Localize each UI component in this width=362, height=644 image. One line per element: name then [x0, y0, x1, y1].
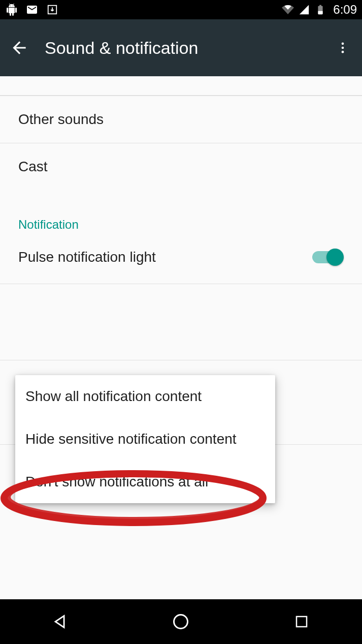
pulse-notification-label: Pulse notification light: [18, 249, 156, 265]
triangle-back-icon: [52, 613, 69, 630]
app-bar: Sound & notification: [0, 19, 362, 76]
settings-list: Other sounds Cast Notification Pulse not…: [0, 76, 362, 492]
status-right: 6:09: [281, 3, 357, 17]
cast-item[interactable]: Cast: [0, 143, 362, 190]
popup-option-show-all-label: Show all notification content: [25, 388, 202, 404]
battery-icon: [314, 3, 327, 16]
other-sounds-label: Other sounds: [18, 111, 104, 127]
status-time: 6:09: [333, 3, 357, 17]
popup-option-show-all[interactable]: Show all notification content: [15, 375, 275, 418]
back-button[interactable]: [9, 38, 29, 58]
wifi-icon: [281, 3, 294, 16]
partial-item-top: [0, 76, 362, 96]
other-sounds-item[interactable]: Other sounds: [0, 96, 362, 143]
cellular-icon: [298, 3, 311, 16]
popup-option-dont-show[interactable]: Don't show notifications at all: [15, 461, 275, 503]
popup-option-hide-sensitive[interactable]: Hide sensitive notification content: [15, 418, 275, 461]
status-bar: 6:09: [0, 0, 362, 19]
more-vert-icon: [336, 41, 350, 55]
popup-option-dont-show-label: Don't show notifications at all: [25, 474, 208, 489]
switch-thumb: [326, 249, 344, 266]
svg-point-6: [174, 615, 188, 629]
svg-rect-7: [297, 617, 307, 627]
android-icon: [5, 3, 18, 16]
navigation-bar: [0, 599, 362, 644]
nav-back-button[interactable]: [48, 609, 73, 634]
svg-point-3: [342, 51, 344, 53]
nav-home-button[interactable]: [169, 609, 193, 634]
notification-section-header: Notification: [0, 190, 362, 236]
square-recents-icon: [294, 614, 309, 629]
pulse-notification-row[interactable]: Pulse notification light: [0, 236, 362, 284]
lock-screen-notifications-popup: Show all notification content Hide sensi…: [15, 375, 275, 503]
gmail-icon: [25, 3, 39, 16]
circle-home-icon: [172, 612, 190, 631]
svg-point-1: [342, 43, 344, 45]
status-left: [5, 3, 59, 16]
svg-point-2: [342, 47, 344, 49]
nav-recents-button[interactable]: [289, 609, 314, 634]
pulse-notification-switch[interactable]: [310, 248, 344, 266]
download-icon: [46, 3, 59, 16]
hidden-row-behind-popup: [0, 284, 362, 360]
cast-label: Cast: [18, 159, 48, 174]
overflow-menu-button[interactable]: [333, 38, 353, 58]
page-title: Sound & notification: [45, 38, 317, 58]
arrow-back-icon: [10, 38, 29, 57]
popup-option-hide-sensitive-label: Hide sensitive notification content: [25, 431, 237, 447]
